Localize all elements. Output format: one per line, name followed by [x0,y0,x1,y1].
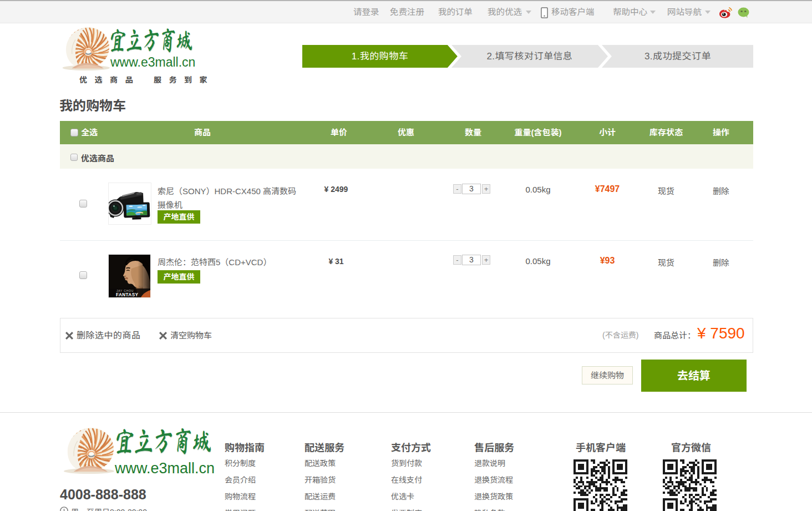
svg-text:WITH SONGS OF 7 YEARS 2001: WITH SONGS OF 7 YEARS 2001 [116,296,137,297]
svg-text:LOVE: LOVE [138,285,146,289]
